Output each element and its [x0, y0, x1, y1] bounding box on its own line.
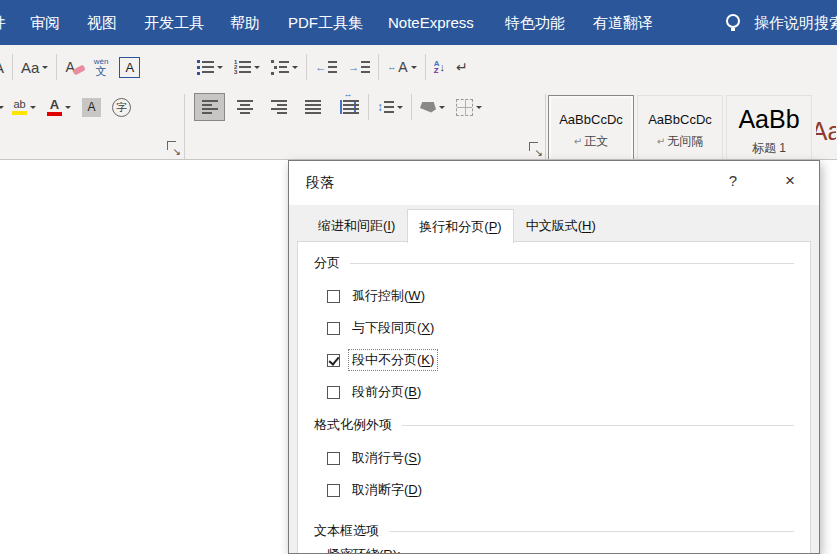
- checkbox[interactable]: [327, 452, 340, 465]
- tell-me-search[interactable]: 操作说明搜索: [754, 0, 837, 45]
- tab-help[interactable]: 帮助: [230, 0, 260, 45]
- enclose-characters-button[interactable]: 字: [109, 93, 134, 121]
- divider: [306, 54, 307, 80]
- tab-noteexpress[interactable]: NoteExpress: [388, 0, 474, 45]
- group-divider: [184, 94, 185, 160]
- checkbox-label: 孤行控制(W): [349, 286, 428, 306]
- character-scaling-icon: ↔A: [387, 59, 407, 75]
- shading-button[interactable]: [417, 93, 448, 121]
- character-shading-icon: A: [82, 98, 101, 117]
- checkbox-label: 段前分页(B): [349, 382, 424, 402]
- align-center-button[interactable]: [230, 93, 259, 121]
- line-spacing-button[interactable]: ↕: [374, 93, 406, 121]
- style-card-normal[interactable]: AaBbCcDc ↵正文: [548, 95, 634, 160]
- word-window: 件 审阅 视图 开发工具 帮助 PDF工具集 NoteExpress 特色功能 …: [0, 0, 837, 554]
- font-color-button[interactable]: A: [44, 93, 74, 121]
- justify-button[interactable]: [298, 93, 327, 121]
- checkbox-row-page-break-before[interactable]: 段前分页(B): [314, 376, 794, 408]
- text-highlight-button[interactable]: ab: [9, 93, 39, 121]
- chevron-down-icon: [42, 66, 48, 72]
- tab-review[interactable]: 审阅: [30, 0, 60, 45]
- enclose-characters-icon: 字: [112, 98, 131, 117]
- style-card-no-spacing[interactable]: AaBbCcDc ↵无间隔: [637, 95, 723, 160]
- tab-special-features[interactable]: 特色功能: [505, 0, 565, 45]
- show-marks-button[interactable]: ↵: [453, 53, 471, 81]
- paint-bucket-icon: [420, 102, 436, 113]
- clear-formatting-icon: A: [65, 59, 82, 75]
- sort-button[interactable]: AZ ↓: [431, 53, 448, 81]
- tab-youdao-translate[interactable]: 有道翻译: [593, 0, 653, 45]
- change-case-icon: Aa: [21, 59, 39, 76]
- paragraph-dialog-launcher[interactable]: [529, 142, 542, 155]
- chevron-down-icon: [476, 106, 482, 112]
- tab-pdf-tools[interactable]: PDF工具集: [288, 0, 363, 45]
- font-dialog-launcher[interactable]: [167, 141, 180, 154]
- dialog-tab-strip: 缩进和间距(I) 换行和分页(P) 中文版式(H): [297, 206, 811, 242]
- character-border-icon: A: [119, 57, 140, 78]
- divider: [411, 94, 412, 120]
- lightbulb-icon: [726, 14, 740, 28]
- grow-font-button[interactable]: A: [0, 53, 7, 81]
- character-scaling-button[interactable]: ↔A: [384, 53, 419, 81]
- section-formatting-exceptions: 格式化例外项: [314, 417, 794, 433]
- distributed-button[interactable]: [332, 93, 363, 121]
- decrease-indent-icon: ←: [315, 61, 337, 73]
- checkbox-row-suppress-line-numbers[interactable]: 取消行号(S): [314, 442, 794, 474]
- ribbon-tab-bar: 件 审阅 视图 开发工具 帮助 PDF工具集 NoteExpress 特色功能 …: [0, 0, 837, 45]
- tab-indents-spacing[interactable]: 缩进和间距(I): [306, 210, 407, 242]
- distributed-icon: [340, 100, 356, 114]
- bullets-button[interactable]: [194, 53, 226, 81]
- chevron-down-icon: [217, 66, 223, 72]
- dialog-titlebar: 段落 ? ×: [289, 161, 819, 205]
- increase-indent-button[interactable]: →: [345, 53, 373, 81]
- paragraph-dialog: 段落 ? × 缩进和间距(I) 换行和分页(P) 中文版式(H) 分页 孤行控制…: [288, 160, 820, 554]
- phonetic-guide-button[interactable]: wén 文: [91, 53, 112, 81]
- chevron-down-icon: [411, 66, 417, 72]
- chevron-down-icon: [254, 66, 260, 72]
- multilevel-list-button[interactable]: [268, 53, 301, 81]
- borders-grid-icon: [456, 99, 473, 116]
- borders-button[interactable]: [453, 93, 485, 121]
- chevron-down-icon: [292, 66, 298, 72]
- text-highlight-icon: ab: [12, 99, 27, 115]
- clear-formatting-button[interactable]: A: [62, 53, 85, 81]
- line-spacing-icon: ↕: [377, 100, 394, 114]
- style-card-clipped[interactable]: Aa: [815, 95, 837, 160]
- grow-font-icon: A: [0, 59, 4, 76]
- tab-clipped-fragment[interactable]: 件: [0, 0, 6, 45]
- align-right-button[interactable]: [264, 93, 293, 121]
- justify-icon: [305, 100, 321, 114]
- tab-developer[interactable]: 开发工具: [144, 0, 204, 45]
- checkbox-row-keep-with-next[interactable]: 与下段同页(X): [314, 312, 794, 344]
- numbering-button[interactable]: 123: [231, 53, 263, 81]
- checkbox[interactable]: [327, 484, 340, 497]
- section-textbox-options: 文本框选项: [314, 523, 794, 539]
- checkbox-label: 取消行号(S): [349, 448, 424, 468]
- close-icon[interactable]: ×: [777, 171, 803, 191]
- chevron-down-icon[interactable]: [0, 106, 4, 112]
- group-divider: [545, 94, 546, 160]
- character-border-button[interactable]: A: [116, 53, 143, 81]
- tab-asian-typography[interactable]: 中文版式(H): [514, 210, 608, 242]
- checkbox-row-dont-hyphenate[interactable]: 取消断字(D): [314, 474, 794, 506]
- tab-line-page-breaks[interactable]: 换行和分页(P): [407, 209, 513, 243]
- decrease-indent-button[interactable]: ←: [312, 53, 340, 81]
- checkbox-row-keep-lines-together[interactable]: 段中不分页(K): [314, 344, 794, 376]
- tab-view[interactable]: 视图: [87, 0, 117, 45]
- divider: [425, 54, 426, 80]
- checkbox-row-widow-control[interactable]: 孤行控制(W): [314, 280, 794, 312]
- character-shading-button[interactable]: A: [79, 93, 104, 121]
- checkbox[interactable]: [327, 290, 340, 303]
- checkbox[interactable]: [327, 386, 340, 399]
- align-left-button[interactable]: [194, 93, 225, 121]
- help-icon[interactable]: ?: [722, 172, 744, 189]
- increase-indent-icon: →: [348, 61, 370, 73]
- style-card-heading1[interactable]: AaBb 标题 1: [726, 95, 812, 160]
- align-center-icon: [237, 100, 253, 114]
- change-case-button[interactable]: Aa: [18, 53, 51, 81]
- numbering-icon: 123: [234, 60, 251, 75]
- checkbox[interactable]: [327, 354, 340, 367]
- multilevel-list-icon: [271, 60, 289, 75]
- divider: [368, 94, 369, 120]
- checkbox[interactable]: [327, 322, 340, 335]
